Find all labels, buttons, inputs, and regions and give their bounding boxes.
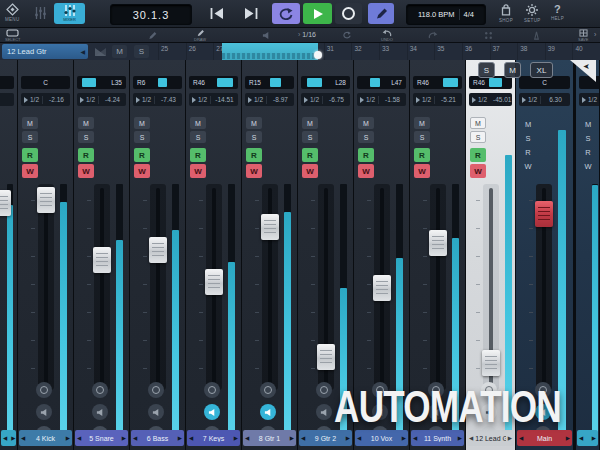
track-mute-button[interactable]: M bbox=[112, 45, 127, 58]
channel-settings-button[interactable] bbox=[204, 382, 220, 398]
fader-handle[interactable] bbox=[37, 187, 55, 213]
fader-handle[interactable] bbox=[429, 230, 447, 256]
write-letter[interactable]: W bbox=[524, 162, 531, 171]
timeline-ruler[interactable]: 25262728293031323334353637383940 bbox=[158, 43, 600, 60]
ruler-bar-cell[interactable]: 32 bbox=[351, 43, 379, 60]
output-routing[interactable]: 1/2 -45.01 bbox=[469, 93, 512, 106]
solo-button[interactable]: S bbox=[246, 131, 262, 143]
channel-name-label[interactable]: ◀ 4 Kick ▶ bbox=[19, 430, 72, 446]
select-tool-button[interactable]: SELECT bbox=[5, 29, 21, 42]
play-button[interactable] bbox=[303, 3, 332, 24]
channel-settings-button[interactable] bbox=[535, 382, 551, 398]
automation-write-button[interactable]: W bbox=[470, 164, 486, 178]
fold-panel-button[interactable]: ➤ bbox=[570, 60, 596, 82]
automation-write-button[interactable]: W bbox=[302, 164, 318, 178]
mute-button[interactable]: M bbox=[22, 117, 38, 129]
channel-name-label[interactable]: ◀ Main ▶ bbox=[517, 430, 572, 446]
size-small-button[interactable]: S bbox=[478, 62, 495, 78]
mixer-toggle-button[interactable]: MIXER bbox=[54, 3, 85, 24]
pan-control[interactable] bbox=[0, 76, 14, 89]
fader-handle[interactable] bbox=[317, 344, 335, 370]
mute-button[interactable]: M bbox=[246, 117, 262, 129]
ruler-bar-cell[interactable]: 37 bbox=[490, 43, 518, 60]
quantize-selector[interactable]: › 1/16 bbox=[298, 31, 316, 38]
channel-name-label[interactable]: ◀ 6 Bass ▶ bbox=[131, 430, 184, 446]
output-routing[interactable]: 1/2 bbox=[0, 93, 14, 106]
undo-button[interactable]: UNDO bbox=[381, 29, 393, 42]
pan-control[interactable]: R15 bbox=[245, 76, 294, 89]
output-routing[interactable]: 1/2 -14.51 bbox=[189, 93, 238, 106]
edit-tool-button[interactable] bbox=[148, 31, 157, 40]
solo-letter[interactable]: S bbox=[585, 134, 590, 143]
channel-name-label[interactable]: ◀ ▶ bbox=[1, 430, 16, 446]
solo-letter[interactable]: S bbox=[525, 134, 530, 143]
playhead-marker[interactable] bbox=[314, 51, 322, 59]
fader-handle[interactable] bbox=[149, 237, 167, 263]
time-display[interactable]: 30.1.3 bbox=[110, 4, 192, 25]
channel-settings-button[interactable] bbox=[36, 382, 52, 398]
automation-read-button[interactable]: R bbox=[78, 148, 94, 162]
ruler-bar-cell[interactable]: 26 bbox=[186, 43, 214, 60]
record-button[interactable] bbox=[335, 3, 362, 24]
toolbar-more-chevron[interactable]: › bbox=[594, 31, 596, 38]
channel-name-label[interactable]: ◀ 10 Vox ▶ bbox=[355, 430, 408, 446]
pan-control[interactable]: L28 bbox=[301, 76, 350, 89]
go-to-end-button[interactable] bbox=[243, 7, 259, 20]
solo-button[interactable]: S bbox=[470, 131, 486, 143]
channel-settings-button[interactable] bbox=[372, 382, 388, 398]
ruler-bar-cell[interactable]: 38 bbox=[517, 43, 545, 60]
fader-handle[interactable] bbox=[535, 201, 553, 227]
pan-control[interactable]: R46 bbox=[413, 76, 462, 89]
output-routing[interactable]: 1/2 -8.97 bbox=[245, 93, 294, 106]
ruler-bar-cell[interactable]: 36 bbox=[462, 43, 490, 60]
fader-handle[interactable] bbox=[93, 247, 111, 273]
channel-name-label[interactable]: ◀ 7 Keys ▶ bbox=[187, 430, 240, 446]
mute-button[interactable]: M bbox=[470, 117, 486, 129]
loop-button[interactable] bbox=[272, 3, 300, 24]
automation-read-button[interactable]: R bbox=[134, 148, 150, 162]
solo-button[interactable]: S bbox=[134, 131, 150, 143]
listen-tool-button[interactable] bbox=[262, 31, 271, 40]
shop-button[interactable]: SHOP bbox=[499, 3, 513, 23]
ruler-bar-cell[interactable]: 33 bbox=[379, 43, 407, 60]
ruler-bar-cell[interactable]: 40 bbox=[572, 43, 600, 60]
read-letter[interactable]: R bbox=[525, 148, 530, 157]
automation-write-button[interactable]: W bbox=[134, 164, 150, 178]
channel-settings-button[interactable] bbox=[92, 382, 108, 398]
crossfade-icon[interactable] bbox=[94, 47, 107, 57]
size-xl-button[interactable]: XL bbox=[530, 62, 553, 78]
channel-name-label[interactable]: ◀ 12 Lead Gtr ▶ bbox=[467, 430, 514, 446]
mute-button[interactable]: M bbox=[134, 117, 150, 129]
pan-control[interactable]: L47 bbox=[357, 76, 406, 89]
ruler-bar-cell[interactable]: 34 bbox=[407, 43, 435, 60]
size-medium-button[interactable]: M bbox=[504, 62, 521, 78]
draw-tool-button[interactable]: DRAW bbox=[194, 29, 206, 42]
read-letter[interactable]: R bbox=[585, 148, 590, 157]
automation-read-button[interactable]: R bbox=[22, 148, 38, 162]
mute-letter[interactable]: M bbox=[585, 120, 591, 129]
monitor-button[interactable] bbox=[92, 404, 108, 420]
channel-name-label[interactable]: ◀ 5 Snare ▶ bbox=[75, 430, 128, 446]
mute-button[interactable]: M bbox=[414, 117, 430, 129]
channel-settings-button[interactable] bbox=[260, 382, 276, 398]
automation-read-button[interactable]: R bbox=[302, 148, 318, 162]
automation-write-button[interactable]: W bbox=[22, 164, 38, 178]
solo-button[interactable]: S bbox=[78, 131, 94, 143]
save-button[interactable]: SAVE bbox=[578, 29, 588, 42]
fader-handle[interactable] bbox=[261, 214, 279, 240]
ruler-bar-cell[interactable]: 31 bbox=[324, 43, 352, 60]
monitor-button[interactable] bbox=[316, 404, 332, 420]
channel-name-label[interactable]: ◀ 11 Synth ▶ bbox=[411, 430, 464, 446]
ruler-bar-cell[interactable]: 25 bbox=[158, 43, 186, 60]
metronome-button[interactable] bbox=[532, 31, 541, 40]
monitor-button[interactable] bbox=[204, 404, 220, 420]
automation-read-button[interactable]: R bbox=[190, 148, 206, 162]
channel-settings-button[interactable] bbox=[148, 382, 164, 398]
pan-control[interactable]: L35 bbox=[77, 76, 126, 89]
monitor-button[interactable] bbox=[372, 404, 388, 420]
loop-edit-button[interactable] bbox=[342, 31, 352, 39]
output-routing[interactable]: 1/2 -4.24 bbox=[77, 93, 126, 106]
output-routing[interactable]: 1/2 -2.16 bbox=[21, 93, 70, 106]
monitor-button[interactable] bbox=[481, 404, 497, 420]
automation-write-button[interactable]: W bbox=[246, 164, 262, 178]
